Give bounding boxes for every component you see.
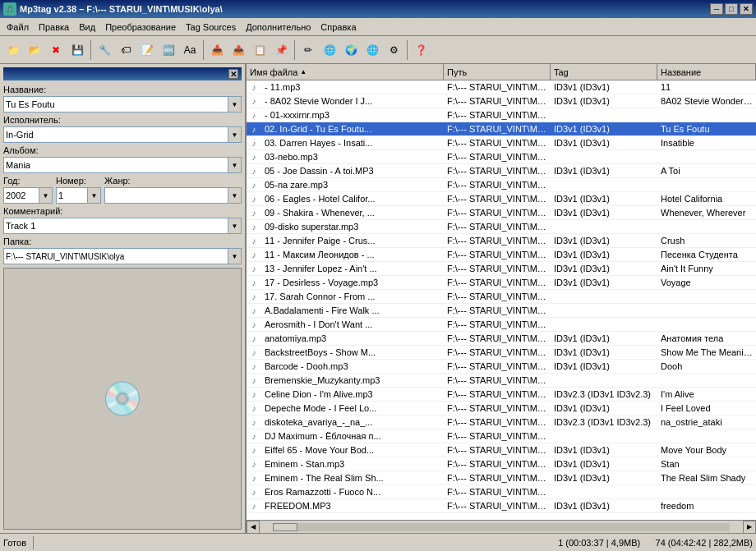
panel-close-btn[interactable]: ✕	[228, 69, 238, 79]
table-row[interactable]: ♪ - 11.mp3 F:\--- STARUI_VINT\MUS... ID3…	[247, 80, 756, 94]
comment-dropdown-btn[interactable]: ▼	[228, 218, 241, 233]
table-row[interactable]: ♪ 05 - Joe Dassin - A toi.MP3 F:\--- STA…	[247, 164, 756, 178]
horizontal-scrollbar[interactable]: ◀ ▶	[247, 520, 756, 533]
web-btn[interactable]: 🌐	[320, 40, 339, 60]
year-input-wrapper[interactable]: ▼	[3, 187, 53, 204]
rename-btn[interactable]: ✏	[298, 40, 318, 60]
genre-input[interactable]	[105, 188, 228, 203]
name-dropdown-btn[interactable]: ▼	[228, 97, 241, 112]
genre-dropdown-btn[interactable]: ▼	[228, 188, 241, 203]
tag-btn3[interactable]: 📝	[137, 40, 157, 60]
table-row[interactable]: ♪ 17 - Desirless - Voyage.mp3 F:\--- STA…	[247, 276, 756, 290]
table-row[interactable]: ♪ 11 - Jennifer Paige - Crus... F:\--- S…	[247, 234, 756, 248]
table-row[interactable]: ♪ Eminem - The Real Slim Sh... F:\--- ST…	[247, 471, 756, 485]
track-input[interactable]	[57, 188, 87, 203]
menu-item-преобразование[interactable]: Преобразование	[100, 21, 181, 34]
artist-input[interactable]	[4, 127, 228, 142]
open-folder-btn[interactable]: 📁	[3, 40, 23, 60]
table-row[interactable]: ♪ 03. Darren Hayes - Insati... F:\--- ST…	[247, 136, 756, 150]
comment-input[interactable]	[4, 218, 228, 233]
table-row[interactable]: ♪ FREEDOM.MP3 F:\--- STARUI_VINT\MUS... …	[247, 499, 756, 513]
file-icon-cell: ♪	[247, 153, 261, 162]
menu-item-вид[interactable]: Вид	[74, 21, 100, 34]
web3-btn[interactable]: 🌐	[362, 40, 382, 60]
maximize-btn[interactable]: □	[725, 3, 738, 15]
table-row[interactable]: ♪ Barcode - Dooh.mp3 F:\--- STARUI_VINT\…	[247, 360, 756, 374]
table-row[interactable]: ♪ 05-na zare.mp3 F:\--- STARUI_VINT\MUS.…	[247, 178, 756, 192]
import-btn[interactable]: 📥	[207, 40, 227, 60]
table-row[interactable]: ♪ A.Badalamenti - Fire Walk ... F:\--- S…	[247, 304, 756, 318]
options-btn[interactable]: ⚙	[384, 40, 403, 60]
paste-btn[interactable]: 📌	[271, 40, 291, 60]
table-row[interactable]: ♪ 06 - Eagles - Hotel Califor... F:\--- …	[247, 192, 756, 206]
tag-btn1[interactable]: 🔧	[94, 40, 114, 60]
col-header-path[interactable]: Путь	[444, 64, 551, 80]
table-row[interactable]: ♪ Eros Ramazzotti - Fuoco N... F:\--- ST…	[247, 485, 756, 499]
table-row[interactable]: ♪ 17. Sarah Connor - From ... F:\--- STA…	[247, 290, 756, 304]
table-row[interactable]: ♪ 13 - Jennifer Lopez - Ain't ... F:\---…	[247, 262, 756, 276]
tag-btn4[interactable]: 🔤	[159, 40, 178, 60]
table-row[interactable]: ♪ Bremenskie_Muzykanty.mp3 F:\--- STARUI…	[247, 374, 756, 388]
menu-item-дополнительно[interactable]: Дополнительно	[241, 21, 316, 34]
album-input-wrapper[interactable]: ▼	[3, 157, 242, 173]
delete-tag-btn[interactable]: ✖	[46, 40, 66, 60]
table-row[interactable]: ♪ Depeche Mode - I Feel Lo... F:\--- STA…	[247, 402, 756, 416]
menu-item-справка[interactable]: Справка	[316, 21, 361, 34]
album-dropdown-btn[interactable]: ▼	[228, 158, 241, 172]
title-bar-buttons[interactable]: ─ □ ✕	[710, 3, 753, 15]
help-btn[interactable]: ❓	[411, 40, 431, 60]
table-row[interactable]: ♪ Eiffel 65 - Move Your Bod... F:\--- ST…	[247, 443, 756, 457]
table-row[interactable]: ♪ 09 - Shakira - Whenever, ... F:\--- ST…	[247, 206, 756, 220]
menu-item-правка[interactable]: Правка	[34, 21, 74, 34]
folder-input-wrapper[interactable]: ▼	[3, 248, 242, 264]
table-row[interactable]: ♪ Eminem - Stan.mp3 F:\--- STARUI_VINT\M…	[247, 457, 756, 471]
save-tag-btn[interactable]: 💾	[67, 40, 87, 60]
table-row[interactable]: ♪ diskoteka_avariya_-_na_... F:\--- STAR…	[247, 416, 756, 429]
table-row[interactable]: ♪ anatomiya.mp3 F:\--- STARUI_VINT\MUS..…	[247, 332, 756, 346]
artist-dropdown-btn[interactable]: ▼	[228, 127, 241, 142]
table-row[interactable]: ♪ BackstreetBoys - Show M... F:\--- STAR…	[247, 346, 756, 360]
table-row[interactable]: ♪ Aerosmith - I Don't Want ... F:\--- ST…	[247, 318, 756, 332]
name-input[interactable]	[4, 97, 228, 112]
scroll-thumb[interactable]	[273, 523, 297, 531]
export-btn[interactable]: 📤	[228, 40, 248, 60]
table-row[interactable]: ♪ Celine Dion - I'm Alive.mp3 F:\--- STA…	[247, 388, 756, 402]
table-row[interactable]: ♪ 02. In-Grid - Tu Es Foutu... F:\--- ST…	[247, 122, 756, 136]
tag-btn2[interactable]: 🏷	[116, 40, 136, 60]
open-folder2-btn[interactable]: 📂	[25, 40, 44, 60]
table-row[interactable]: ♪ 03-nebo.mp3 F:\--- STARUI_VINT\MUS...	[247, 150, 756, 164]
genre-input-wrapper[interactable]: ▼	[104, 187, 242, 204]
tag-btn5[interactable]: Aa	[180, 40, 200, 60]
file-cell-filename: Aerosmith - I Don't Want ...	[261, 319, 444, 329]
file-list-body[interactable]: ♪ - 11.mp3 F:\--- STARUI_VINT\MUS... ID3…	[247, 80, 756, 520]
table-row[interactable]: ♪ DJ Maximum - Ёблочная п... F:\--- STAR…	[247, 429, 756, 443]
scroll-right-btn[interactable]: ▶	[743, 521, 756, 534]
col-header-filename[interactable]: Имя файла ▲	[247, 64, 444, 80]
scroll-left-btn[interactable]: ◀	[247, 521, 260, 534]
minimize-btn[interactable]: ─	[710, 3, 723, 15]
file-cell-path: F:\--- STARUI_VINT\MUS...	[444, 459, 551, 469]
name-input-wrapper[interactable]: ▼	[3, 96, 242, 112]
track-dropdown-btn[interactable]: ▼	[87, 188, 100, 203]
folder-dropdown-btn[interactable]: ▼	[228, 249, 241, 264]
table-row[interactable]: ♪ 11 - Максим Леонидов - ... F:\--- STAR…	[247, 248, 756, 262]
table-row[interactable]: ♪ - 8A02 Stevie Wonder I J... F:\--- STA…	[247, 94, 756, 108]
menu-item-tag-sources[interactable]: Tag Sources	[181, 21, 241, 34]
copy-btn[interactable]: 📋	[250, 40, 270, 60]
artist-input-wrapper[interactable]: ▼	[3, 126, 242, 143]
album-input[interactable]	[4, 158, 228, 172]
menu-item-файл[interactable]: Файл	[2, 21, 34, 34]
close-btn[interactable]: ✕	[740, 3, 753, 15]
comment-input-wrapper[interactable]: ▼	[3, 218, 242, 234]
track-input-wrapper[interactable]: ▼	[56, 187, 101, 204]
table-row[interactable]: ♪ - 01-xxxirnr.mp3 F:\--- STARUI_VINT\MU…	[247, 108, 756, 122]
year-input[interactable]	[4, 188, 39, 203]
table-row[interactable]: ♪ 09-disko superstar.mp3 F:\--- STARUI_V…	[247, 220, 756, 234]
artist-label: Исполнитель:	[3, 114, 242, 126]
file-cell-tag: ID3v1 (ID3v1)	[551, 501, 657, 511]
col-header-name[interactable]: Название	[657, 64, 756, 80]
year-dropdown-btn[interactable]: ▼	[39, 188, 52, 203]
web2-btn[interactable]: 🌍	[341, 40, 361, 60]
folder-input[interactable]	[4, 249, 228, 264]
col-header-tag[interactable]: Tag	[551, 64, 657, 80]
